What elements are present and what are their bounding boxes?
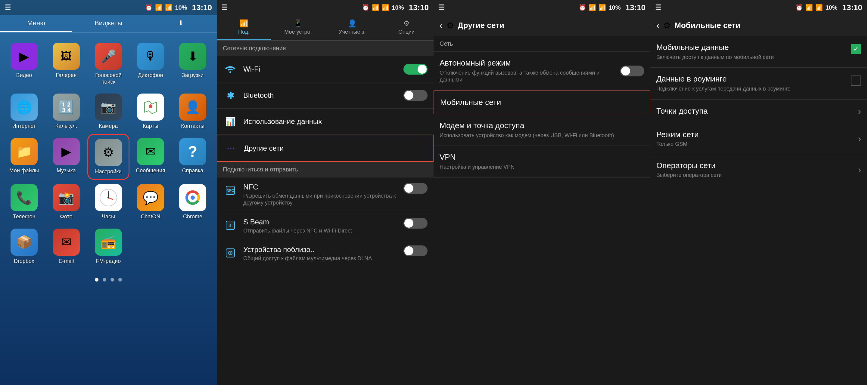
data-usage-label: Использование данных [243, 117, 428, 126]
app-settings[interactable]: ⚙ Настройки [87, 134, 129, 180]
airplane-mode[interactable]: Автономный режим Отключение функций вызо… [434, 52, 650, 91]
settings-gear-icon: ⚙ [446, 21, 454, 30]
app-chaton[interactable]: 💬 ChatON [129, 180, 172, 224]
dot-4[interactable] [118, 278, 122, 282]
airplane-toggle[interactable] [620, 66, 644, 76]
network-mode-item[interactable]: Режим сети Только GSM › [650, 123, 867, 154]
dot-2[interactable] [103, 278, 106, 282]
modem-title: Модем и точка доступа [440, 121, 644, 130]
app-downloads[interactable]: ⬇ Загрузки [172, 38, 214, 89]
nearby-title: Устройства поблизо.. [243, 245, 400, 254]
settings-other-networks[interactable]: ⋯ Другие сети [217, 135, 434, 162]
settings-nearby[interactable]: Устройства поблизо.. Общий доступ к файл… [217, 240, 434, 268]
mobile-data-subtitle: Включить доступ к данным по мобильной се… [656, 54, 848, 61]
app-dropbox[interactable]: 📦 Dropbox [3, 224, 45, 269]
tab-connections[interactable]: 📶 Под. [217, 15, 271, 40]
app-help[interactable]: ? Справка [172, 134, 214, 180]
data-usage-icon: 📊 [223, 114, 238, 129]
tab-options[interactable]: ⚙ Опции [379, 15, 434, 40]
roaming-checkbox[interactable] [851, 75, 861, 86]
app-fm[interactable]: 📻 FM-радио [87, 224, 129, 269]
back-button-other[interactable]: ‹ [440, 21, 442, 30]
toggle-knob-sbeam [404, 219, 413, 228]
app-chrome[interactable]: Chrome [172, 180, 214, 224]
app-label-dropbox: Dropbox [14, 258, 34, 265]
app-label-chaton: ChatON [141, 214, 160, 220]
status-right: ⏰ 📶 📶 10% 13:10 [145, 3, 212, 12]
network-section-label: Сеть [434, 36, 650, 52]
app-phone[interactable]: 📞 Телефон [3, 180, 45, 224]
modem-hotspot[interactable]: Модем и точка доступа Использовать устро… [434, 114, 650, 146]
tab-accounts[interactable]: 👤 Учетные з. [325, 15, 379, 40]
settings-wifi[interactable]: Wi-Fi [217, 56, 434, 82]
mobile-data-title: Мобильные данные [656, 43, 848, 52]
network-operators-subtitle: Выберите оператора сети [656, 172, 858, 178]
tab-device[interactable]: 📱 Мое устро. [271, 15, 325, 40]
network-operators-item[interactable]: Операторы сети Выберите оператора сети › [650, 154, 867, 185]
app-internet[interactable]: 🌐 Интернет [3, 89, 45, 134]
settings-nfc[interactable]: NFC NFC Разрешить обмен данными при прик… [217, 177, 434, 212]
app-recorder[interactable]: 🎙 Диктофон [129, 38, 172, 89]
wifi-toggle[interactable] [403, 64, 428, 75]
settings-bluetooth[interactable]: ✱ Bluetooth [217, 82, 434, 109]
app-calc[interactable]: 🔢 Калькул. [45, 89, 87, 134]
data-roaming-item[interactable]: Данные в роуминге Подключение к услугам … [650, 68, 867, 99]
tab-connections-label: Под. [238, 29, 250, 35]
settings-data-usage[interactable]: 📊 Использование данных [217, 109, 434, 135]
sbeam-toggle[interactable] [403, 218, 428, 229]
nearby-toggle[interactable] [403, 245, 428, 256]
network-mode-chevron: › [858, 134, 861, 144]
settings-sbeam[interactable]: S S Beam Отправить файлы через NFC и Wi-… [217, 212, 434, 240]
wifi-icon-3: 📶 [589, 4, 596, 11]
app-label-files: Мои файлы [9, 168, 39, 174]
vpn-item[interactable]: VPN Настройка и управление VPN [434, 146, 650, 177]
sbeam-title: S Beam [243, 218, 400, 226]
wifi-setting-label: Wi-Fi [243, 65, 403, 73]
app-clock[interactable]: Часы [87, 180, 129, 224]
nfc-toggle[interactable] [403, 183, 428, 194]
app-video[interactable]: ▶ Видео [3, 38, 45, 89]
dot-1[interactable] [95, 278, 98, 282]
dot-3[interactable] [111, 278, 114, 282]
other-networks-title: Другие сети [458, 21, 644, 30]
app-gallery[interactable]: 🖼 Галерея [45, 38, 87, 89]
mobile-networks-item[interactable]: Мобильные сети [434, 91, 650, 114]
bluetooth-toggle[interactable] [403, 90, 428, 101]
app-maps[interactable]: Карты [129, 89, 172, 134]
mobile-data-checkbox[interactable]: ✓ [851, 44, 861, 54]
alarm-icon-3: ⏰ [579, 4, 586, 11]
other-networks-label: Другие сети [244, 144, 427, 152]
app-contacts[interactable]: 👤 Контакты [172, 89, 214, 134]
access-points-title: Точки доступа [656, 106, 858, 116]
battery-text-3: 10% [609, 4, 621, 11]
panel-home: ☰ ⏰ 📶 📶 10% 13:10 Меню Виджеты ⬇ ▶ Видео… [0, 0, 217, 385]
network-mode-title: Режим сети [656, 130, 858, 139]
app-email[interactable]: ✉ E-mail [45, 224, 87, 269]
status-bar-other: ☰ ⏰ 📶 📶 10% 13:10 [434, 0, 650, 15]
access-points-item[interactable]: Точки доступа › [650, 100, 867, 123]
tab-download[interactable]: ⬇ [145, 15, 217, 32]
back-button-mobile[interactable]: ‹ [656, 21, 659, 30]
app-messages[interactable]: ✉ Сообщения [129, 134, 172, 180]
mobile-data-item[interactable]: Мобильные данные Включить доступ к данны… [650, 36, 867, 68]
toggle-knob-airplane [621, 67, 630, 75]
svg-point-9 [191, 196, 195, 200]
toggle-knob-nearby [404, 246, 413, 255]
alarm-icon: ⏰ [145, 4, 153, 11]
app-voice[interactable]: 🎤 Голосовой поиск [87, 38, 129, 89]
notification-icon-4: ☰ [655, 4, 661, 11]
app-files[interactable]: 📁 Мои файлы [3, 134, 45, 180]
app-icon-messages: ✉ [137, 138, 164, 165]
app-music[interactable]: ▶ Музыка [45, 134, 87, 180]
network-mode-content: Режим сети Только GSM [656, 130, 858, 147]
app-camera[interactable]: 📷 Камера [87, 89, 129, 134]
tab-widgets[interactable]: Виджеты [72, 15, 145, 32]
app-icon-camera: 📷 [95, 94, 122, 120]
options-icon: ⚙ [382, 19, 431, 28]
app-icon-maps [137, 94, 164, 120]
app-photos[interactable]: 📸 Фото [45, 180, 87, 224]
tab-options-label: Опции [398, 29, 414, 35]
app-icon-phone: 📞 [10, 184, 38, 211]
app-icon-fm: 📻 [95, 229, 122, 256]
tab-menu[interactable]: Меню [0, 15, 72, 32]
